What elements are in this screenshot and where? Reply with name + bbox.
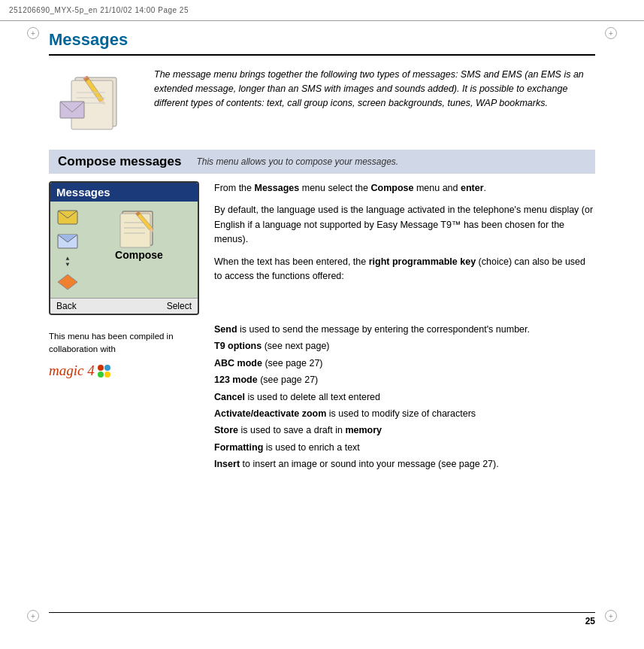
magic4-dots (98, 365, 114, 378)
svg-marker-15 (58, 274, 77, 290)
main-content: Messages (49, 30, 595, 611)
func-123-bold: 123 mode (214, 375, 258, 385)
func-abc-bold: ABC mode (214, 358, 262, 368)
func-format-text: is used to enrich a text (263, 442, 360, 453)
left-bottom: This menu has been compiled in collabora… (49, 323, 199, 474)
body-p1: From the Messages menu select the Compos… (214, 181, 595, 196)
header-label: 251206690_MYX-5p_en 21/10/02 14:00 Page … (9, 6, 189, 14)
scroll-arrows: ▲ ▼ (66, 256, 70, 268)
svg-rect-17 (120, 214, 150, 247)
func-abc: ABC mode (see page 27) (214, 356, 595, 371)
func-zoom-bold: Activate/deactivate zoom (214, 408, 326, 419)
phone-screen-mock: Messages (49, 181, 199, 315)
page-title: Messages (49, 30, 595, 56)
functions-list: Send is used to send the message by ente… (214, 323, 595, 474)
func-t9: T9 options (see next page) (214, 339, 595, 353)
func-zoom: Activate/deactivate zoom is used to modi… (214, 407, 595, 421)
phone-bottom-bar: Back Select (50, 298, 198, 314)
phone-compose-area: Compose (86, 208, 192, 261)
func-cancel-bold: Cancel (214, 392, 245, 402)
dot-4 (104, 372, 110, 378)
body-p3: When the text has been entered, the righ… (214, 255, 595, 284)
section-header-title: Compose messages (58, 154, 181, 169)
body-p1-period: . (484, 183, 486, 193)
phone-title-bar: Messages (50, 183, 198, 202)
footer-line (49, 612, 595, 613)
func-send-text: is used to send the message by entering … (237, 324, 530, 335)
body-p1-mid: menu select the (299, 183, 370, 193)
phone-back-label: Back (56, 301, 77, 311)
magic4-text: magic 4 (49, 362, 95, 379)
top-section: The message menu brings together the fol… (49, 68, 595, 139)
func-cancel: Cancel is used to delete all text entere… (214, 390, 595, 405)
func-store: Store is used to save a draft in memory (214, 423, 595, 438)
func-store-text: is used to save a draft in (238, 425, 345, 435)
func-insert-text: to insert an image or sound into your me… (240, 459, 499, 469)
func-abc-text: (see page 27) (262, 358, 323, 368)
func-t9-bold: T9 options (214, 341, 262, 351)
body-p1-messages-bold: Messages (255, 183, 300, 193)
func-zoom-text: is used to modify size of characters (326, 408, 476, 419)
func-store-bold2: memory (345, 425, 382, 435)
page-number: 25 (585, 616, 595, 626)
body-text: From the Messages menu select the Compos… (214, 181, 595, 315)
phone-icon-diamond (56, 272, 79, 292)
dot-3 (98, 372, 104, 378)
phone-select-label: Select (167, 301, 192, 311)
phone-image (49, 68, 139, 139)
phone-icon-letter (56, 232, 79, 251)
svg-rect-9 (60, 102, 84, 118)
func-123-text: (see page 27) (258, 375, 319, 385)
body-p1-pre: From the (214, 183, 255, 193)
magic4-logo: magic 4 (49, 362, 114, 379)
func-store-bold: Store (214, 425, 238, 435)
func-send-bold: Send (214, 324, 237, 335)
compiled-text: This menu has been compiled in collabora… (49, 330, 199, 355)
header-bar: 251206690_MYX-5p_en 21/10/02 14:00 Page … (0, 0, 644, 21)
reg-mark-tl (27, 27, 39, 39)
body-p1-enter: enter (461, 183, 484, 193)
body-p1-end: menu and (413, 183, 461, 193)
compose-icon-svg (116, 208, 162, 249)
func-123: 123 mode (see page 27) (214, 373, 595, 387)
middle-section: Messages (49, 181, 595, 315)
func-format-bold: Formatting (214, 442, 263, 453)
func-format: Formatting is used to enrich a text (214, 441, 595, 455)
dot-2 (104, 365, 110, 371)
func-t9-text: (see next page) (262, 341, 329, 351)
section-header: Compose messages This menu allows you to… (49, 150, 595, 174)
body-p1-compose-bold: Compose (370, 183, 413, 193)
body-p3-bold: right programmable key (369, 256, 476, 267)
message-icon-svg (53, 70, 135, 138)
func-insert-bold: Insert (214, 459, 240, 469)
body-p3-pre: When the text has been entered, the (214, 256, 369, 267)
func-send: Send is used to send the message by ente… (214, 323, 595, 337)
phone-icons-col: ▲ ▼ (56, 208, 79, 292)
body-p2: By default, the language used is the lan… (214, 203, 595, 247)
dot-1 (98, 365, 104, 371)
reg-mark-tr (605, 27, 617, 39)
phone-screen-body: ▲ ▼ (50, 202, 198, 298)
bottom-section: This menu has been compiled in collabora… (49, 323, 595, 474)
reg-mark-br (605, 610, 617, 622)
phone-icon-message (56, 208, 79, 227)
intro-text: The message menu brings together the fol… (154, 68, 595, 139)
func-cancel-text: is used to delete all text entered (245, 392, 380, 402)
phone-compose-label: Compose (115, 249, 163, 261)
func-insert: Insert to insert an image or sound into … (214, 457, 595, 472)
reg-mark-bl (27, 610, 39, 622)
section-header-subtitle: This menu allows you to compose your mes… (196, 156, 398, 167)
